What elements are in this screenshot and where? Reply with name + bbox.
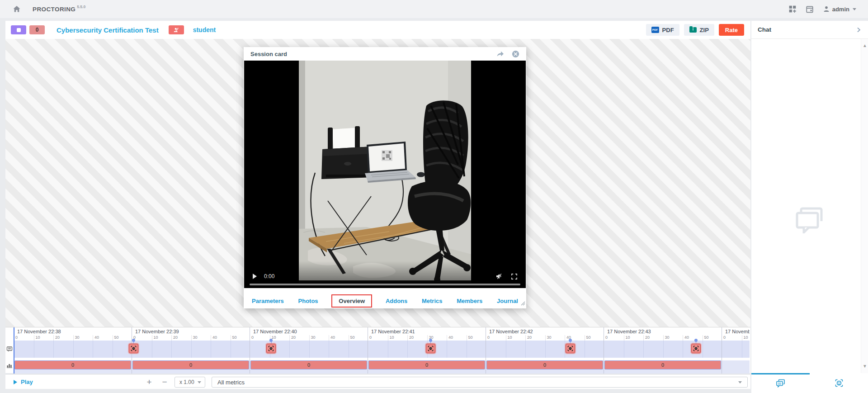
timeline-tick-label: 40 xyxy=(211,335,231,341)
user-name: admin xyxy=(832,6,849,13)
timeline-tick-label: 20 xyxy=(289,335,309,341)
timeline-tick-label: 0 xyxy=(604,335,624,341)
user-icon xyxy=(823,5,830,13)
tab-addons[interactable]: Addons xyxy=(385,295,408,307)
zip-button[interactable]: ZIP xyxy=(684,24,714,36)
timeline-tick-label: 30 xyxy=(73,335,93,341)
face-event-marker[interactable] xyxy=(129,344,138,353)
tab-parameters[interactable]: Parameters xyxy=(251,295,285,307)
chat-scrollbar[interactable]: ▲ ▼ xyxy=(861,39,868,373)
tab-metrics[interactable]: Metrics xyxy=(421,295,443,307)
fullscreen-icon[interactable] xyxy=(511,273,518,280)
face-event-marker[interactable] xyxy=(566,344,575,353)
chat-messages-tab[interactable] xyxy=(751,373,810,393)
timeline-segment-label: 17 November xyxy=(722,327,750,335)
metric-bar[interactable]: 0 xyxy=(132,360,249,369)
pdf-button[interactable]: PDF PDF xyxy=(646,24,679,36)
face-scan-icon xyxy=(268,346,274,351)
timeline-events-row[interactable] xyxy=(486,341,604,358)
chevron-down-icon xyxy=(853,8,856,10)
timeline-events-row[interactable] xyxy=(132,341,250,358)
chevron-right-icon[interactable] xyxy=(855,27,862,33)
tab-photos[interactable]: Photos xyxy=(297,295,319,307)
timeline-tick-label: 30 xyxy=(191,335,211,341)
mute-icon[interactable] xyxy=(495,273,503,280)
metric-bar[interactable]: 0 xyxy=(368,360,485,369)
timeline-track[interactable]: 17 November 22:3801020304050017 November… xyxy=(14,327,750,374)
timeline-zoom-out-button[interactable]: − xyxy=(159,374,170,389)
timeline-events-row[interactable] xyxy=(14,341,132,358)
chat-header: Chat xyxy=(751,21,868,39)
timeline-segment[interactable]: 17 November 22:39010203040500 xyxy=(132,327,250,374)
timeline: 17 November 22:3801020304050017 November… xyxy=(5,327,750,373)
record-status-badge xyxy=(11,25,26,34)
timeline-tick-label: 30 xyxy=(545,335,565,341)
timeline-segment[interactable]: 17 November010 xyxy=(722,327,750,374)
chat-panel: Chat ▲ ▼ xyxy=(751,21,868,393)
user-menu[interactable]: admin xyxy=(823,5,856,13)
modal-title: Session card xyxy=(250,51,287,57)
timeline-tick-label: 10 xyxy=(506,335,526,341)
participant-link[interactable]: student xyxy=(193,26,216,33)
speed-select[interactable]: x 1.00 xyxy=(175,377,205,388)
timeline-segment[interactable]: 17 November 22:38010203040500 xyxy=(14,327,132,374)
timeline-tick-label: 20 xyxy=(643,335,663,341)
zip-icon xyxy=(689,27,697,33)
timeline-segment[interactable]: 17 November 22:43010203040500 xyxy=(604,327,722,374)
chat-body: ▲ ▼ xyxy=(751,39,868,373)
chat-tabs xyxy=(751,373,868,393)
tab-journal[interactable]: Journal xyxy=(496,295,519,307)
scroll-down-icon[interactable]: ▼ xyxy=(861,364,868,369)
tab-members[interactable]: Members xyxy=(456,295,483,307)
modal-header: Session card xyxy=(244,47,526,61)
video-progress-bar[interactable] xyxy=(250,284,520,285)
timeline-events-row[interactable] xyxy=(604,341,722,358)
home-icon[interactable] xyxy=(13,5,21,13)
metric-bar[interactable]: 0 xyxy=(604,360,721,369)
scroll-up-icon[interactable]: ▲ xyxy=(861,43,868,48)
timeline-gutter xyxy=(5,327,14,374)
face-scan-icon xyxy=(567,346,573,351)
timeline-playhead[interactable] xyxy=(14,327,14,374)
face-scan-icon xyxy=(428,346,434,351)
play-button[interactable]: Play xyxy=(14,374,33,389)
timeline-tick-label: 20 xyxy=(53,335,73,341)
face-event-marker[interactable] xyxy=(266,344,276,353)
timeline-tick-label: 20 xyxy=(407,335,427,341)
resize-handle-icon[interactable] xyxy=(521,299,525,308)
timeline-tick-label: 10 xyxy=(742,335,750,341)
timeline-segment-label: 17 November 22:40 xyxy=(250,327,368,335)
metric-bar[interactable]: 0 xyxy=(14,360,131,369)
timeline-tick-label: 40 xyxy=(565,335,585,341)
timeline-segment[interactable]: 17 November 22:42010203040500 xyxy=(486,327,604,374)
calendar-icon[interactable] xyxy=(806,5,814,13)
tab-overview[interactable]: Overview xyxy=(331,294,372,308)
timeline-tick-label: 40 xyxy=(683,335,703,341)
chat-title: Chat xyxy=(758,26,771,33)
timeline-tick-label: 10 xyxy=(270,335,290,341)
violations-count-badge: 0 xyxy=(29,25,45,34)
rate-button[interactable]: Rate xyxy=(719,24,744,36)
video-player[interactable]: 0:00 xyxy=(244,61,526,288)
pdf-button-label: PDF xyxy=(662,27,674,33)
pdf-icon: PDF xyxy=(651,27,659,33)
video-play-icon[interactable] xyxy=(253,274,257,279)
timeline-segment-label: 17 November 22:41 xyxy=(368,327,486,335)
chat-camera-tab[interactable] xyxy=(810,373,868,393)
metric-bar[interactable]: 0 xyxy=(250,360,367,369)
timeline-tick-label: 30 xyxy=(427,335,447,341)
empty-chat-icon xyxy=(795,206,824,235)
session-title-link[interactable]: Cybersecurity Certification Test xyxy=(57,26,159,34)
metrics-filter-select[interactable]: All metrics xyxy=(212,377,748,388)
timeline-tick-label: 0 xyxy=(250,335,270,341)
timeline-events-row[interactable] xyxy=(722,341,750,358)
timeline-tick-label: 20 xyxy=(171,335,191,341)
face-event-marker[interactable] xyxy=(426,344,435,353)
close-icon[interactable] xyxy=(512,50,519,58)
dashboard-icon[interactable] xyxy=(788,5,797,13)
metric-bar[interactable]: 0 xyxy=(486,360,603,369)
share-icon[interactable] xyxy=(496,51,504,57)
zip-button-label: ZIP xyxy=(700,27,709,33)
timeline-zoom-in-button[interactable]: + xyxy=(144,374,155,389)
face-event-marker[interactable] xyxy=(691,344,701,353)
